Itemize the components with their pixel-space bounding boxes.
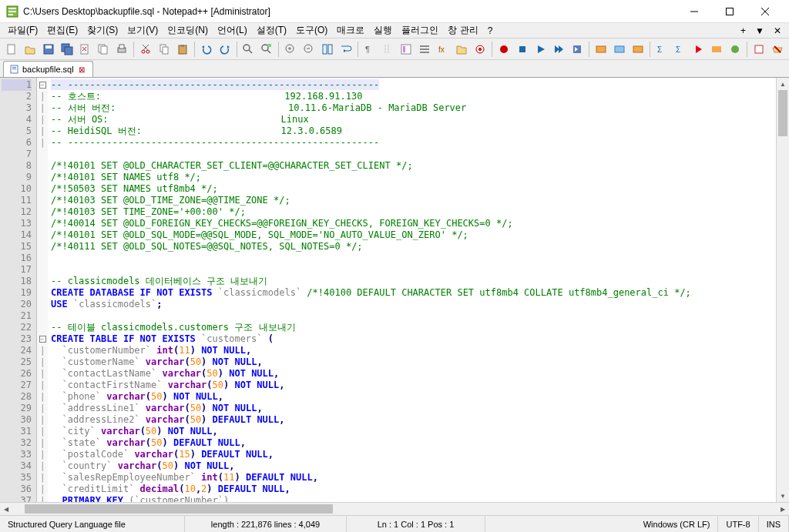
svg-rect-59 [712,46,721,52]
copy-button[interactable] [156,41,173,58]
svg-rect-8 [8,45,15,54]
menu-help[interactable]: ? [483,24,498,38]
tb-extra-2[interactable] [611,41,628,58]
tb-sort-5[interactable] [727,41,744,58]
menu-language[interactable]: 언어(L) [213,22,252,38]
svg-rect-61 [755,45,763,53]
paste-button[interactable] [174,41,191,58]
svg-rect-38 [323,45,327,54]
editor-area[interactable]: 1234567891011121314151617181920212223242… [0,77,789,502]
tb-sort-4[interactable] [709,41,726,58]
svg-text:Σ: Σ [676,45,680,54]
toolbar: ¶ fx Σ Σ [0,38,789,60]
new-file-button[interactable] [3,41,20,58]
tb-sort-2[interactable]: Σ [672,41,689,58]
menu-plugins[interactable]: 플러그인 [397,22,443,38]
svg-rect-43 [401,45,411,54]
svg-rect-3 [8,14,13,15]
svg-text:Σ: Σ [657,45,662,54]
menu-macro[interactable]: 매크로 [332,22,369,38]
code-content[interactable]: -- -------------------------------------… [48,78,776,502]
doc-list-button[interactable] [416,41,433,58]
save-macro-button[interactable] [569,41,586,58]
scroll-up-icon[interactable]: ▲ [777,78,789,90]
tb-misc-2[interactable] [769,41,786,58]
status-eol[interactable]: Windows (CR LF) [636,516,719,532]
status-insert-mode[interactable]: INS [759,516,789,532]
record-macro-button[interactable] [495,41,512,58]
find-button[interactable] [240,41,257,58]
play-macro-button[interactable] [532,41,549,58]
status-length: length : 221,876 lines : 4,049 [185,516,347,532]
function-list-button[interactable]: fx [435,41,452,58]
tb-sort-1[interactable]: Σ [653,41,670,58]
menu-encoding[interactable]: 인코딩(N) [163,22,213,38]
menu-plus-icon[interactable]: + [736,24,750,38]
menu-settings[interactable]: 설정(T) [252,22,291,38]
scroll-left-icon[interactable]: ◀ [0,503,12,515]
horizontal-scrollbar[interactable]: ◀ ▶ [0,502,789,515]
status-bar: Structured Query Language file length : … [0,515,789,532]
scroll-thumb-h[interactable] [25,504,333,514]
menu-x-icon[interactable]: ✕ [769,24,786,38]
scroll-down-icon[interactable]: ▼ [777,490,789,502]
indent-guide-button[interactable] [380,41,397,58]
close-all-button[interactable] [95,41,112,58]
menu-file[interactable]: 파일(F) [3,22,42,38]
tab-label: backupfile.sql [22,65,74,74]
menu-down-icon[interactable]: ▼ [750,24,769,38]
wordwrap-button[interactable] [337,41,354,58]
fold-toggle[interactable]: − [39,82,46,89]
tab-close-icon[interactable]: ⊠ [77,65,86,74]
save-button[interactable] [40,41,57,58]
print-button[interactable] [113,41,130,58]
fold-toggle[interactable]: − [39,336,46,343]
save-all-button[interactable] [59,41,76,58]
cut-button[interactable] [137,41,154,58]
svg-rect-2 [8,11,16,12]
sync-scroll-button[interactable] [319,41,336,58]
close-file-button[interactable] [77,41,94,58]
svg-rect-47 [420,52,429,53]
tb-extra-1[interactable] [593,41,609,58]
svg-rect-54 [596,46,606,52]
svg-line-22 [143,45,149,50]
vertical-scrollbar[interactable]: ▲ ▼ [776,78,789,502]
menu-run[interactable]: 실행 [369,22,397,38]
svg-point-51 [500,45,508,53]
folder-workspace-button[interactable] [453,41,470,58]
svg-point-60 [731,45,739,53]
tb-extra-3[interactable] [630,41,646,58]
replace-button[interactable] [258,41,275,58]
menu-edit[interactable]: 편집(E) [42,22,82,38]
menu-window[interactable]: 창 관리 [443,22,482,38]
show-chars-button[interactable]: ¶ [361,41,378,58]
svg-point-50 [478,48,482,51]
doc-map-button[interactable] [398,41,415,58]
tb-sort-3[interactable] [690,41,707,58]
menu-search[interactable]: 찾기(S) [82,22,123,38]
svg-rect-56 [633,46,643,52]
stop-macro-button[interactable] [514,41,531,58]
undo-button[interactable] [198,41,215,58]
zoom-out-button[interactable] [300,41,317,58]
status-encoding[interactable]: UTF-8 [718,516,758,532]
open-file-button[interactable] [22,41,39,58]
minimize-button[interactable] [677,0,712,23]
scroll-thumb-v[interactable] [778,90,787,136]
scroll-right-icon[interactable]: ▶ [777,503,789,515]
zoom-in-button[interactable] [282,41,299,58]
play-multi-button[interactable] [551,41,568,58]
menu-tools[interactable]: 도구(O) [291,22,332,38]
maximize-button[interactable] [712,0,747,23]
tb-misc-1[interactable] [750,41,767,58]
redo-button[interactable] [217,41,233,58]
monitor-button[interactable] [472,41,489,58]
svg-point-20 [142,50,145,53]
svg-rect-55 [615,46,624,52]
menu-view[interactable]: 보기(V) [123,22,163,38]
title-bar: C:\Users Desktop\backupfile.sql - Notepa… [0,0,789,23]
close-button[interactable] [747,0,783,23]
svg-rect-64 [12,67,16,68]
tab-backupfile[interactable]: backupfile.sql ⊠ [3,61,93,77]
